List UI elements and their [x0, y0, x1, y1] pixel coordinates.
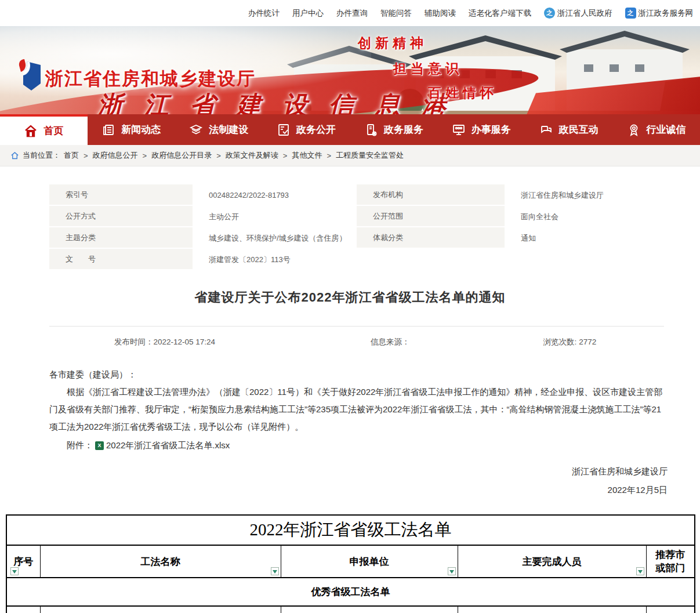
link-user-center[interactable]: 用户中心: [292, 8, 324, 19]
nav-item-integrity[interactable]: 行业诚信: [612, 114, 700, 145]
col-header-index: 序号: [6, 545, 40, 578]
breadcrumb-prefix: 当前位置：: [23, 150, 60, 161]
nav-label-work-service: 办事服务: [471, 123, 511, 136]
site-title: 浙江省住房和城乡建设厅: [45, 67, 256, 91]
signature-org: 浙江省住房和城乡建设厅: [49, 462, 668, 481]
nav-item-news[interactable]: 新闻动态: [88, 114, 175, 145]
info-value-docnum: 浙建管发〔2022〕113号: [193, 249, 357, 270]
info-label-topic: 主题分类: [49, 227, 193, 249]
top-utility-bar: 办件统计 用户中心 办件查询 智能问答 辅助阅读 适老化客户端下载 之 浙江省人…: [0, 0, 700, 26]
col-header-people: 主要完成人员: [458, 545, 646, 578]
info-label-empty: [357, 249, 505, 270]
nav-label-gov-service: 政务服务: [384, 123, 423, 136]
slogan-people: 百姓情怀: [428, 84, 498, 102]
info-value-method: 主动公开: [193, 206, 357, 227]
info-value-scope: 面向全社会: [505, 206, 667, 227]
filter-button-people[interactable]: [636, 567, 644, 575]
home-icon: [24, 124, 38, 138]
cell-people: 高全富 宋尧坤 祝宝荣 王国铨 朱丹丹: [458, 606, 646, 613]
link-elderly-client-download[interactable]: 适老化客户端下载: [469, 8, 531, 19]
slogan-innovation: 创新精神: [358, 34, 427, 52]
cell-city: 绍兴: [646, 606, 695, 613]
attachment-label: 附件：: [67, 437, 93, 454]
page-title: 省建设厅关于公布2022年浙江省省级工法名单的通知: [0, 289, 700, 306]
signature-block: 浙江省住房和城乡建设厅 2022年12月5日: [49, 462, 668, 499]
filter-button-index[interactable]: [10, 567, 19, 575]
info-value-empty: [505, 249, 667, 270]
cell-org: 浙江江河建设有限公司: [281, 606, 458, 613]
worklist-table-title: 2022年浙江省省级工法名单: [6, 515, 695, 545]
nav-label-gov-open: 政务公开: [296, 123, 336, 136]
info-label-scope: 公开范围: [357, 206, 505, 227]
link-zhejiang-gov[interactable]: 之 浙江省人民政府: [544, 8, 612, 19]
signature-date: 2022年12月5日: [49, 481, 668, 499]
breadcrumb-home-icon: [10, 151, 19, 160]
link-banjian-chaxun[interactable]: 办件查询: [336, 8, 368, 19]
server-gear-icon: [364, 123, 378, 137]
col-header-city: 推荐市 或部门: [646, 545, 695, 578]
filter-button-org[interactable]: [448, 567, 456, 575]
nav-item-legal[interactable]: 法制建设: [175, 114, 263, 145]
article-meta: 发布时间：2022-12-05 17:24 信息来源： 浏览次数: 2772: [49, 337, 664, 347]
worklist-table: 2022年浙江省省级工法名单 序号 工法名称 申报单位 主要完成人员 推荐市 或…: [6, 514, 695, 613]
main-nav: 首页 新闻动态 法制建设 政务公开 政务服务 办事服务 政民互动: [0, 114, 700, 145]
article-body: 各市建委（建设局）： 根据《浙江省工程建设工法管理办法》（浙建〔2022〕11号…: [49, 366, 668, 454]
col-header-org: 申报单位: [281, 545, 458, 578]
slogan-responsibility: 担当意识: [393, 60, 463, 78]
cell-name: 小断面长距离引水隧洞二次衬砌机械化快速施工工法: [40, 606, 281, 613]
filter-button-name[interactable]: [271, 567, 279, 575]
link-zhejiang-service[interactable]: 之 浙江政务服务网: [625, 8, 694, 19]
nav-item-work-service[interactable]: 办事服务: [437, 114, 525, 145]
site-banner: 浙江省住房和城乡建设厅 浙 江 省 建 设 信 息 港 创新精神 担当意识 百姓…: [0, 26, 700, 114]
info-value-agency: 浙江省住房和城乡建设厅: [505, 184, 667, 206]
monitor-people-icon: [452, 123, 466, 137]
nav-item-interaction[interactable]: 政民互动: [525, 114, 612, 145]
cell-index: 143: [6, 606, 40, 613]
crumb-quality-dept[interactable]: 工程质量安全监管处: [336, 150, 404, 161]
nav-item-home[interactable]: 首页: [0, 114, 88, 145]
info-label-docnum: 文 号: [49, 249, 193, 270]
nav-label-interaction: 政民互动: [559, 123, 599, 136]
attachment-link[interactable]: 2022年浙江省省级工法名单.xlsx: [106, 437, 230, 454]
crumb-other-docs[interactable]: 其他文件: [292, 150, 322, 161]
news-icon: [101, 123, 115, 137]
crumb-gov-info[interactable]: 政府信息公开: [93, 150, 138, 161]
section-header-excellent: 优秀省级工法名单: [6, 578, 695, 606]
breadcrumb: 当前位置： 首页 > 政府信息公开 > 政府信息公开目录 > 政策文件及解读 >…: [0, 145, 700, 166]
excel-file-icon: X: [95, 441, 104, 450]
title-divider: [49, 326, 664, 327]
nav-item-gov-open[interactable]: 政务公开: [263, 114, 350, 145]
link-banjian-tongji[interactable]: 办件统计: [248, 8, 280, 19]
info-label-method: 公开方式: [49, 206, 193, 227]
crumb-policy-docs[interactable]: 政策文件及解读: [226, 150, 278, 161]
crumb-gov-info-catalog[interactable]: 政府信息公开目录: [151, 150, 212, 161]
info-value-genre: 通知: [505, 227, 667, 249]
zhejiang-service-label: 浙江政务服务网: [639, 8, 694, 19]
books-icon: [189, 123, 203, 137]
salutation: 各市建委（建设局）：: [49, 366, 668, 383]
crumb-home[interactable]: 首页: [64, 150, 79, 161]
table-row: 143 小断面长距离引水隧洞二次衬砌机械化快速施工工法 浙江江河建设有限公司 高…: [6, 606, 695, 613]
publish-time: 发布时间：2022-12-05 17:24: [114, 337, 215, 347]
zhejiang-service-icon: 之: [625, 8, 636, 19]
info-label-genre: 体裁分类: [357, 227, 505, 249]
doc-check-icon: [277, 123, 291, 137]
info-source: 信息来源：: [371, 337, 410, 347]
main-paragraph: 根据《浙江省工程建设工法管理办法》（浙建〔2022〕11号）和《关于做好2022…: [49, 383, 668, 436]
medal-icon: [627, 123, 641, 137]
article-content: 索引号 002482242/2022-81793 发布机构 浙江省住房和城乡建设…: [0, 166, 700, 613]
info-label-index: 索引号: [49, 184, 193, 206]
doc-info-table: 索引号 002482242/2022-81793 发布机构 浙江省住房和城乡建设…: [49, 184, 667, 270]
link-smart-qa[interactable]: 智能问答: [380, 8, 412, 19]
zhejiang-gov-icon: 之: [544, 8, 555, 19]
chat-bubbles-icon: [539, 123, 553, 137]
view-count: 浏览次数: 2772: [543, 337, 597, 347]
portal-title: 浙 江 省 建 设 信 息 港: [97, 89, 454, 114]
nav-label-legal: 法制建设: [209, 123, 248, 136]
info-label-agency: 发布机构: [357, 184, 505, 206]
nav-item-gov-service[interactable]: 政务服务: [350, 114, 438, 145]
zhejiang-gov-label: 浙江省人民政府: [557, 8, 612, 19]
info-value-index: 002482242/2022-81793: [193, 184, 357, 206]
link-assist-reading[interactable]: 辅助阅读: [425, 8, 456, 19]
nav-label-integrity: 行业诚信: [647, 123, 686, 136]
